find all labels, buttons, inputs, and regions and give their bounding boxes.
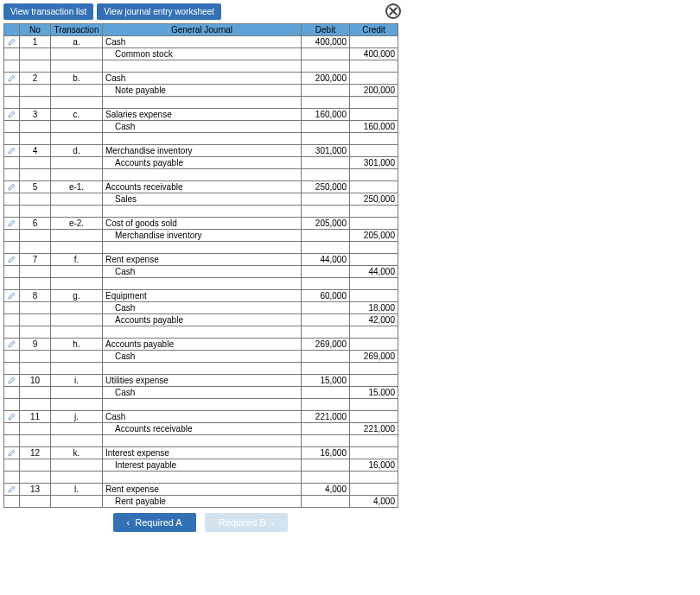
debit-cell xyxy=(302,157,350,169)
edit-entry-button[interactable] xyxy=(4,73,20,85)
debit-cell xyxy=(302,85,350,97)
credit-cell: 160,000 xyxy=(350,121,398,133)
table-row: Note payable200,000 xyxy=(4,85,398,97)
credit-cell xyxy=(350,339,398,351)
required-b-button[interactable]: Required B › xyxy=(205,513,289,532)
credit-cell xyxy=(350,484,398,496)
table-row xyxy=(4,206,398,218)
edit-cell-blank xyxy=(4,85,20,97)
credit-cell: 269,000 xyxy=(350,351,398,363)
credit-cell: 221,000 xyxy=(350,423,398,435)
credit-cell xyxy=(350,133,398,145)
table-row: Accounts payable42,000 xyxy=(4,314,398,326)
transaction-cell xyxy=(51,326,103,339)
transaction-cell: k. xyxy=(51,447,103,459)
general-journal-cell xyxy=(103,472,302,484)
edit-entry-button[interactable] xyxy=(4,447,20,459)
edit-entry-button[interactable] xyxy=(4,484,20,496)
credit-cell: 205,000 xyxy=(350,230,398,242)
general-journal-cell xyxy=(103,363,302,375)
edit-cell-blank xyxy=(4,314,20,326)
debit-cell xyxy=(302,278,350,290)
general-journal-cell: Common stock xyxy=(103,48,302,60)
transaction-cell xyxy=(51,302,103,314)
edit-entry-button[interactable] xyxy=(4,181,20,193)
edit-cell-blank xyxy=(4,278,20,290)
credit-cell xyxy=(350,254,398,266)
required-a-button[interactable]: ‹ Required A xyxy=(113,513,196,532)
debit-cell xyxy=(302,266,350,278)
credit-cell: 16,000 xyxy=(350,459,398,472)
general-journal-cell: Cash xyxy=(103,411,302,423)
edit-entry-button[interactable] xyxy=(4,254,20,266)
table-row: 10i.Utilities expense15,000 xyxy=(4,375,398,387)
general-journal-cell: Accounts payable xyxy=(103,339,302,351)
table-row: Cash44,000 xyxy=(4,266,398,278)
edit-entry-button[interactable] xyxy=(4,290,20,302)
transaction-cell xyxy=(51,85,103,97)
debit-cell: 60,000 xyxy=(302,290,350,302)
table-row: Accounts receivable221,000 xyxy=(4,423,398,435)
no-cell xyxy=(20,326,51,339)
no-cell xyxy=(20,399,51,411)
debit-cell: 4,000 xyxy=(302,484,350,496)
table-row: Merchandise inventory205,000 xyxy=(4,230,398,242)
edit-entry-button[interactable] xyxy=(4,218,20,230)
table-row xyxy=(4,399,398,411)
table-row: 1a.Cash400,000 xyxy=(4,36,398,48)
view-transaction-list-button[interactable]: View transaction list xyxy=(3,3,93,20)
credit-cell xyxy=(350,60,398,73)
journal-table: No Transaction General Journal Debit Cre… xyxy=(3,23,398,508)
debit-cell xyxy=(302,121,350,133)
general-journal-cell: Note payable xyxy=(103,85,302,97)
edit-cell-blank xyxy=(4,230,20,242)
edit-cell-blank xyxy=(4,206,20,218)
transaction-cell xyxy=(51,266,103,278)
table-row: Accounts payable301,000 xyxy=(4,157,398,169)
no-cell: 8 xyxy=(20,290,51,302)
general-journal-cell: Cash xyxy=(103,302,302,314)
no-cell: 1 xyxy=(20,36,51,48)
transaction-cell: j. xyxy=(51,411,103,423)
credit-cell xyxy=(350,206,398,218)
debit-cell xyxy=(302,206,350,218)
table-row: Sales250,000 xyxy=(4,193,398,206)
debit-cell: 44,000 xyxy=(302,254,350,266)
edit-cell-blank xyxy=(4,363,20,375)
no-cell xyxy=(20,387,51,399)
credit-cell xyxy=(350,145,398,157)
debit-cell xyxy=(302,302,350,314)
table-row: Common stock400,000 xyxy=(4,48,398,60)
general-journal-cell: Utilities expense xyxy=(103,375,302,387)
edit-cell-blank xyxy=(4,496,20,508)
edit-entry-button[interactable] xyxy=(4,339,20,351)
edit-entry-button[interactable] xyxy=(4,36,20,48)
edit-entry-button[interactable] xyxy=(4,375,20,387)
no-cell xyxy=(20,351,51,363)
debit-cell: 16,000 xyxy=(302,447,350,459)
edit-entry-button[interactable] xyxy=(4,145,20,157)
debit-cell xyxy=(302,230,350,242)
view-journal-entry-worksheet-button[interactable]: View journal entry worksheet xyxy=(97,3,221,20)
general-journal-cell xyxy=(103,278,302,290)
debit-cell xyxy=(302,363,350,375)
transaction-cell: e-2. xyxy=(51,218,103,230)
table-row: 8g.Equipment60,000 xyxy=(4,290,398,302)
credit-cell xyxy=(350,242,398,254)
credit-cell: 301,000 xyxy=(350,157,398,169)
no-cell xyxy=(20,121,51,133)
debit-cell: 205,000 xyxy=(302,218,350,230)
general-journal-cell: Sales xyxy=(103,193,302,206)
close-icon[interactable] xyxy=(385,3,401,19)
edit-entry-button[interactable] xyxy=(4,109,20,121)
credit-cell xyxy=(350,169,398,181)
debit-cell: 269,000 xyxy=(302,339,350,351)
table-row: 2b.Cash200,000 xyxy=(4,73,398,85)
table-row xyxy=(4,169,398,181)
table-row xyxy=(4,97,398,109)
header-debit: Debit xyxy=(302,24,350,36)
edit-cell-blank xyxy=(4,193,20,206)
edit-entry-button[interactable] xyxy=(4,411,20,423)
table-row xyxy=(4,242,398,254)
edit-cell-blank xyxy=(4,121,20,133)
